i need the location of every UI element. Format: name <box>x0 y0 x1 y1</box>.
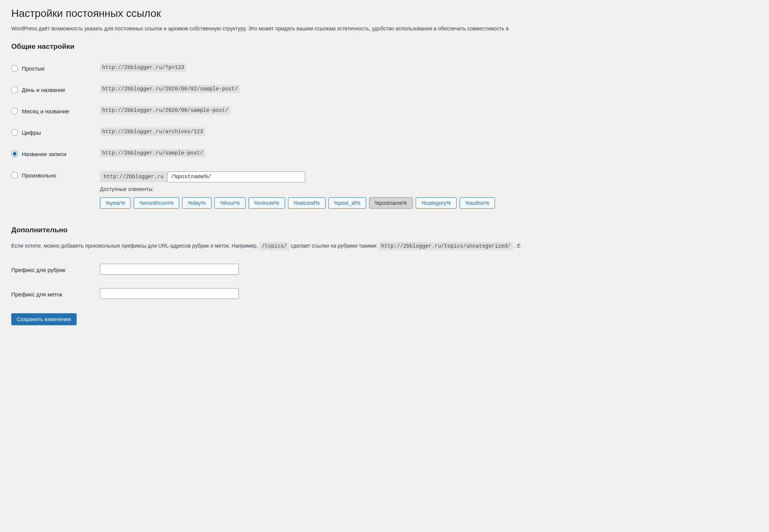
custom-url-prefix: http://2bblogger.ru <box>100 171 167 182</box>
page-title: Настройки постоянных ссылок <box>11 8 758 20</box>
structure-tags-container: %year% %monthnum% %day% %hour% %minute% … <box>100 197 754 209</box>
optional-topics-code: /topics/ <box>259 242 289 250</box>
permalink-option-month-name[interactable]: Месяц и название <box>11 108 69 114</box>
tag-day[interactable]: %day% <box>182 197 211 209</box>
tag-postname[interactable]: %postname% <box>369 197 413 209</box>
permalink-label-plain: Простые <box>22 65 45 72</box>
tag-base-label: Префикс для меток <box>11 281 100 306</box>
tag-year[interactable]: %year% <box>100 197 131 209</box>
permalink-label-postname: Название записи <box>22 151 66 157</box>
tag-post-id[interactable]: %post_id% <box>329 197 366 209</box>
tag-author[interactable]: %author% <box>460 197 495 209</box>
permalink-option-plain[interactable]: Простые <box>11 65 45 72</box>
permalink-radio-custom[interactable] <box>11 172 18 179</box>
permalink-radio-day-name[interactable] <box>11 86 18 93</box>
permalink-example-plain: http://2bblogger.ru/?p=123 <box>100 63 186 72</box>
permalink-option-postname[interactable]: Название записи <box>11 150 66 157</box>
optional-description: Если хотите, можно добавить произвольные… <box>11 242 758 250</box>
optional-heading: Дополнительно <box>11 226 758 234</box>
permalink-label-month-name: Месяц и название <box>22 108 69 114</box>
custom-structure-input[interactable] <box>167 171 305 182</box>
tag-second[interactable]: %second% <box>288 197 326 209</box>
permalink-radio-plain[interactable] <box>11 65 18 72</box>
permalink-option-day-name[interactable]: День и название <box>11 86 65 93</box>
permalink-label-custom: Произвольно <box>22 172 56 179</box>
permalink-example-month-name: http://2bblogger.ru/2020/06/sample-post/ <box>100 106 231 114</box>
permalink-option-numeric[interactable]: Цифры <box>11 129 41 136</box>
tag-base-input[interactable] <box>100 288 239 299</box>
optional-example-url: http://2bblogger.ru/topics/uncategorized… <box>379 242 513 250</box>
tag-minute[interactable]: %minute% <box>249 197 285 209</box>
permalink-example-postname: http://2bblogger.ru/sample-post/ <box>100 149 205 157</box>
tag-hour[interactable]: %hour% <box>214 197 246 209</box>
page-description: WordPress даёт возможность указать для п… <box>11 25 758 33</box>
permalink-label-numeric: Цифры <box>22 129 41 136</box>
tag-monthnum[interactable]: %monthnum% <box>134 197 179 209</box>
permalink-example-numeric: http://2bblogger.ru/archives/123 <box>100 128 205 136</box>
permalink-example-day-name: http://2bblogger.ru/2020/06/02/sample-po… <box>100 85 240 93</box>
permalink-radio-month-name[interactable] <box>11 108 18 114</box>
tag-category[interactable]: %category% <box>416 197 457 209</box>
common-settings-heading: Общие настройки <box>11 42 758 51</box>
save-changes-button[interactable]: Сохранить изменения <box>11 313 77 325</box>
category-base-label: Префикс для рубрик <box>11 257 100 281</box>
category-base-input[interactable] <box>100 264 239 275</box>
permalink-label-day-name: День и название <box>22 87 65 93</box>
available-tags-label: Доступные элементы: <box>100 186 754 192</box>
permalink-radio-numeric[interactable] <box>11 129 18 136</box>
permalink-option-custom[interactable]: Произвольно <box>11 172 56 179</box>
permalink-radio-postname[interactable] <box>11 150 18 157</box>
